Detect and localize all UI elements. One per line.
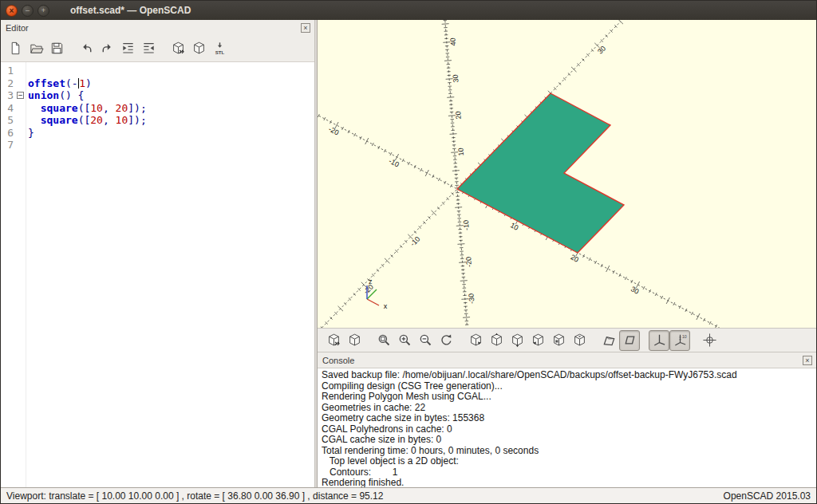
axis-scale-label: 40 (448, 37, 457, 46)
view-orthogonal-button[interactable] (619, 330, 640, 351)
line-number: 7 (1, 139, 15, 152)
zoom-out-icon (418, 333, 433, 348)
zoom-out-button[interactable] (415, 330, 436, 351)
console-panel-header: Console × (318, 352, 816, 368)
export-stl-button[interactable]: STL (209, 38, 230, 59)
fold-margin (15, 114, 26, 127)
code-line[interactable]: 2offset(-1) (1, 77, 314, 90)
code-line[interactable]: 6} (1, 127, 314, 140)
editor-panel-title: Editor (6, 23, 29, 33)
view-toolbar: 10 (318, 328, 816, 352)
line-number: 2 (1, 77, 15, 90)
axis-scale-label: -30 (467, 293, 476, 305)
fold-margin (15, 65, 26, 77)
fold-margin (15, 127, 26, 140)
code-editor[interactable]: 12offset(-1)3−union() {4 square([10, 20]… (1, 62, 314, 487)
axis-scale-label: -10 (462, 220, 471, 231)
main-area: Editor × STL 12offset(-1)3−union() {4 sq… (1, 20, 816, 487)
code-line[interactable]: 1 (1, 65, 314, 77)
render-button[interactable] (188, 38, 209, 59)
redo-button[interactable] (97, 38, 117, 59)
window-controls: ×–+ (6, 5, 49, 17)
version-label: OpenSCAD 2015.03 (724, 490, 811, 502)
fold-collapse-icon[interactable]: − (17, 92, 24, 99)
redo-icon (100, 41, 115, 56)
view-front-button[interactable] (548, 330, 569, 351)
console-line: Saved backup file: /home/obijuan/.local/… (322, 370, 812, 381)
orthogonal-icon (622, 333, 637, 348)
cube-right-icon (468, 333, 483, 348)
maximize-button[interactable]: + (37, 5, 49, 17)
console-line: Rendering Polygon Mesh using CGAL... (322, 392, 812, 403)
perspective-icon (602, 333, 617, 348)
axis-scale-label: -10 (388, 157, 401, 169)
show-crosshairs-button[interactable] (699, 330, 720, 351)
axis-scale-label: 20 (569, 253, 580, 264)
orientation-gizmo: xz (367, 278, 388, 310)
titlebar[interactable]: ×–+ offset.scad* — OpenSCAD (1, 1, 816, 20)
new-file-button[interactable] (5, 38, 26, 59)
line-number: 3 (1, 89, 15, 102)
code-text (26, 65, 28, 77)
show-scale-icon: 10 (673, 333, 688, 348)
3d-viewport[interactable]: -20-10102030-20-1030-30-20-1010203040xz (318, 20, 816, 328)
console-panel-title: Console (322, 356, 354, 365)
reset-view-button[interactable] (436, 330, 456, 351)
cube-back-icon (572, 333, 587, 348)
view-right-button[interactable] (465, 330, 486, 351)
code-text: } (26, 127, 34, 140)
open-file-button[interactable] (26, 38, 46, 59)
show-scale-markers-button[interactable]: 10 (669, 330, 690, 351)
export-stl-icon: STL (212, 41, 227, 56)
gizmo-axis-label: z (369, 278, 373, 285)
axis-scale-label: 30 (452, 74, 460, 83)
line-number: 1 (1, 65, 15, 77)
view-top-button[interactable] (486, 330, 507, 351)
console-line: Top level object is a 2D object: (322, 456, 812, 467)
show-axes-icon (652, 333, 667, 348)
console-output[interactable]: Saved backup file: /home/obijuan/.local/… (318, 368, 816, 487)
right-column: -20-10102030-20-1030-30-20-1010203040xz … (318, 20, 816, 487)
new-file-icon (8, 41, 23, 56)
indent-button[interactable] (117, 38, 138, 59)
show-axes-button[interactable] (649, 330, 669, 351)
console-line: Total rendering time: 0 hours, 0 minutes… (322, 446, 812, 457)
code-line[interactable]: 4 square([10, 20]); (1, 102, 314, 115)
editor-panel-close-icon[interactable]: × (301, 23, 310, 33)
editor-toolbar: STL (1, 35, 314, 62)
preview-button[interactable] (168, 38, 188, 59)
zoom-in-button[interactable] (394, 330, 415, 351)
line-number: 5 (1, 114, 15, 127)
minimize-button[interactable]: – (22, 5, 34, 17)
gizmo-axis-label: x (384, 302, 388, 310)
undo-icon (79, 41, 94, 56)
undo-button[interactable] (76, 38, 97, 59)
cube-left-icon (531, 333, 546, 348)
console-line: Compiling design (CSG Tree generation)..… (322, 381, 812, 392)
unindent-button[interactable] (138, 38, 159, 59)
zoom-all-button[interactable] (373, 330, 394, 351)
gizmo-x-axis (367, 299, 379, 305)
code-text (26, 139, 28, 152)
editor-panel-header: Editor × (1, 20, 314, 35)
cube-front-icon (551, 333, 566, 348)
console-panel-close-icon[interactable]: × (803, 356, 812, 365)
close-button[interactable]: × (6, 5, 18, 17)
view-preview-button[interactable] (323, 330, 344, 351)
code-line[interactable]: 7 (1, 139, 314, 152)
indent-left-icon (141, 41, 156, 56)
view-perspective-button[interactable] (598, 330, 619, 351)
view-back-button[interactable] (569, 330, 590, 351)
fold-margin (15, 139, 26, 152)
view-bottom-button[interactable] (507, 330, 527, 351)
preview-cube-icon (171, 41, 186, 56)
view-left-button[interactable] (527, 330, 548, 351)
code-line[interactable]: 3−union() { (1, 89, 314, 102)
rendered-2d-polygon (457, 93, 624, 253)
axis-scale-label: 20 (454, 111, 463, 120)
view-render-button[interactable] (344, 330, 365, 351)
code-line[interactable]: 5 square([20, 10]); (1, 114, 314, 127)
viewport-scene: -20-10102030-20-1030-30-20-1010203040xz (318, 20, 816, 328)
save-file-button[interactable] (46, 38, 67, 59)
console-panel: Console × Saved backup file: /home/obiju… (318, 352, 816, 487)
